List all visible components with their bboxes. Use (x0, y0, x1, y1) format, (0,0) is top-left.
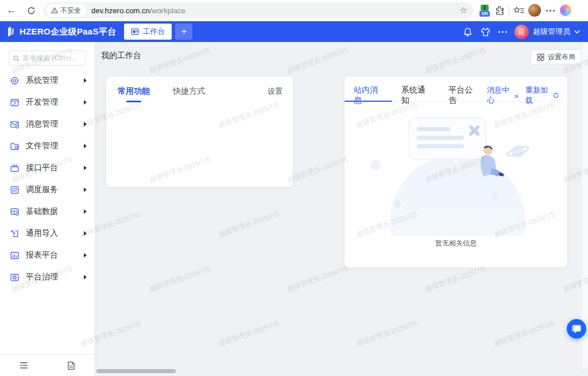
submenu-caret-icon (84, 187, 87, 192)
hzero-logo-icon (7, 26, 15, 37)
warning-icon (51, 7, 58, 14)
tab-label: 常用功能 (118, 86, 150, 95)
site-security-chip[interactable]: 不安全 (46, 4, 86, 17)
submenu-caret-icon (84, 231, 87, 236)
assistant-float-button[interactable] (567, 319, 586, 339)
refresh-icon (553, 92, 559, 99)
user-menu[interactable]: 超 超级管理员 (514, 25, 580, 39)
favorites-bar-icon[interactable] (513, 6, 524, 16)
chat-bubble-icon (571, 323, 582, 335)
layout-grid-icon (537, 53, 544, 61)
address-bar[interactable]: 不安全 dev.hzero.com.cn/workplace ☆ (44, 2, 473, 18)
horizontal-scrollbar-thumb[interactable] (96, 369, 176, 373)
search-icon (13, 55, 20, 62)
page-title: 我的工作台 (101, 51, 141, 61)
browser-back-button[interactable]: ← (3, 2, 20, 18)
extension-block-icon (481, 5, 489, 11)
add-tab-button[interactable]: + (175, 24, 192, 40)
tab-workplace[interactable]: 工作台 (124, 24, 172, 40)
tab-platform-announcements[interactable]: 平台公告 (439, 85, 487, 102)
tab-label: 系统通知 (401, 85, 425, 105)
adblock-extension-icon[interactable]: ON (479, 4, 490, 17)
tab-common-functions[interactable]: 常用功能 (118, 86, 150, 102)
browser-toolbar: ← 不安全 dev.hzero.com.cn/workplace ☆ ON (0, 0, 588, 21)
active-tab-underline (345, 101, 392, 102)
submenu-caret-icon (84, 78, 87, 83)
url-domain: dev.hzero.com.cn (91, 6, 150, 15)
reload-icon (27, 6, 36, 15)
main-content: 我的工作台 设置布局 常用功能 快捷方式 设置 站内消息 系统通知 平台公告 消… (95, 42, 588, 376)
speech-bubble-icon (409, 118, 486, 165)
system-gear-icon (10, 76, 20, 86)
copilot-icon[interactable] (560, 5, 571, 16)
api-icon (10, 163, 20, 173)
app-title: HZERO企业级PaaS平台 (20, 26, 116, 37)
header-more-button[interactable] (498, 31, 507, 33)
sidebar-item-base-data[interactable]: 基础数据 (0, 201, 95, 222)
extensions-puzzle-icon[interactable] (494, 5, 505, 16)
mail-icon (10, 120, 20, 129)
planet (390, 155, 525, 236)
chevron-down-icon (574, 30, 580, 34)
import-icon (10, 229, 20, 239)
sidebar-item-label: 调度服务 (26, 185, 84, 195)
submenu-caret-icon (84, 122, 87, 126)
user-avatar: 超 (514, 25, 529, 39)
bookmark-star-icon[interactable]: ☆ (460, 5, 467, 16)
messages-card: 站内消息 系统通知 平台公告 消息中心 » 重新加载 (345, 76, 567, 267)
report-chart-icon (10, 251, 20, 260)
tab-label: 平台公告 (448, 85, 473, 105)
browser-reload-button[interactable] (23, 2, 39, 18)
governance-monitor-icon (10, 273, 20, 282)
sidebar-item-platform-governance[interactable]: 平台治理 (0, 266, 95, 288)
browser-profile-avatar[interactable] (528, 4, 541, 17)
workplace-tab-icon (131, 28, 139, 36)
sidebar-menu: 系统管理 开发管理 消息管理 文件管理 接口平台 调度服务 基础数据 通用导入 (0, 70, 95, 288)
card-settings-link[interactable]: 设置 (268, 86, 283, 97)
menu-search-box[interactable] (9, 51, 86, 66)
schedule-list-icon (10, 185, 20, 195)
document-button[interactable] (48, 361, 95, 370)
workplace-tab-label: 工作台 (142, 26, 165, 37)
layout-settings-button[interactable]: 设置布局 (531, 49, 582, 64)
tab-label: 快捷方式 (173, 86, 205, 95)
menu-search-input[interactable] (22, 54, 82, 62)
security-label: 不安全 (60, 6, 81, 16)
user-name: 超级管理员 (533, 26, 570, 37)
tab-system-notifications[interactable]: 系统通知 (392, 85, 440, 102)
sidebar-item-file-management[interactable]: 文件管理 (0, 135, 95, 157)
active-tab-underline (126, 101, 141, 102)
layout-settings-label: 设置布局 (548, 52, 575, 62)
saturn-planet-icon (506, 145, 529, 158)
sidebar-item-label: 开发管理 (26, 97, 84, 108)
sidebar-item-scheduler-service[interactable]: 调度服务 (0, 179, 95, 201)
submenu-caret-icon (84, 144, 87, 148)
sidebar-item-label: 接口平台 (26, 163, 84, 173)
vertical-scrollbar-track[interactable] (582, 42, 588, 369)
message-center-link[interactable]: 消息中心 » (487, 85, 519, 106)
sidebar-item-label: 通用导入 (26, 228, 84, 239)
folder-icon (10, 141, 20, 151)
collapse-sidebar-button[interactable] (0, 361, 48, 370)
sidebar-item-api-platform[interactable]: 接口平台 (0, 157, 95, 179)
sidebar: 系统管理 开发管理 消息管理 文件管理 接口平台 调度服务 基础数据 通用导入 (0, 42, 95, 376)
reload-label: 重新加载 (525, 85, 552, 106)
sidebar-item-label: 平台治理 (26, 272, 84, 282)
sidebar-footer (0, 354, 95, 376)
browser-menu-button[interactable] (545, 10, 556, 11)
sidebar-item-general-import[interactable]: 通用导入 (0, 222, 95, 244)
tab-shortcuts[interactable]: 快捷方式 (173, 86, 205, 97)
submenu-caret-icon (84, 209, 87, 214)
sidebar-item-system-management[interactable]: 系统管理 (0, 70, 95, 91)
close-x-icon (471, 127, 478, 134)
sidebar-item-report-platform[interactable]: 报表平台 (0, 244, 95, 266)
sidebar-item-dev-management[interactable]: 开发管理 (0, 91, 95, 113)
message-center-label: 消息中心 (487, 85, 513, 106)
notification-bell-icon[interactable] (463, 27, 473, 37)
reload-messages-link[interactable]: 重新加载 (525, 85, 559, 106)
theme-skin-icon[interactable] (480, 27, 491, 37)
sidebar-item-message-management[interactable]: 消息管理 (0, 113, 95, 135)
sidebar-item-label: 消息管理 (26, 119, 84, 129)
data-window-icon (10, 207, 20, 217)
tab-site-messages[interactable]: 站内消息 (345, 85, 392, 102)
